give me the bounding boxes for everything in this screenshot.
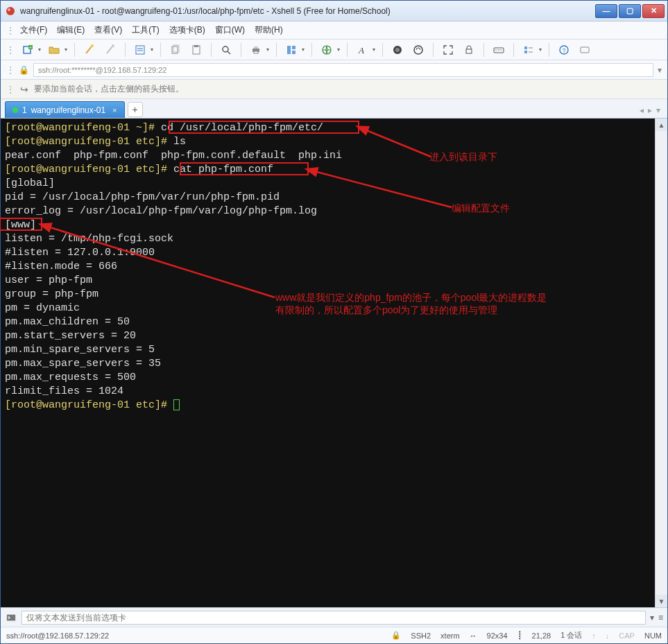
copy-button[interactable] bbox=[168, 42, 183, 58]
hint-text: 要添加当前会话，点击左侧的箭头按钮。 bbox=[34, 83, 184, 95]
add-tab-button[interactable]: + bbox=[128, 102, 143, 117]
caret-icon[interactable]: ▾ bbox=[151, 46, 153, 53]
caret-icon[interactable]: ▾ bbox=[65, 46, 67, 53]
tab-list-icon[interactable]: ▾ bbox=[656, 105, 660, 115]
term-line: group = php-fpm bbox=[5, 288, 99, 300]
caret-icon[interactable]: ▾ bbox=[658, 65, 662, 75]
svg-rect-27 bbox=[466, 49, 472, 53]
quickcmd-button[interactable] bbox=[577, 42, 592, 58]
xftp-button[interactable] bbox=[411, 42, 426, 58]
paste-button[interactable] bbox=[189, 42, 204, 58]
grip-icon: ⋮ bbox=[6, 85, 15, 94]
annotation-text: 进入到该目录下 bbox=[429, 150, 497, 163]
status-dot-icon bbox=[12, 107, 18, 113]
address-text: ssh://root:********@192.168.57.129:22 bbox=[38, 66, 166, 74]
window-title: wangruifenglinux-01 - root@wangruifeng-0… bbox=[20, 6, 594, 16]
grip-icon: ⋮ bbox=[6, 45, 15, 55]
prompt: [root@wangruifeng-01 etc]# bbox=[5, 136, 167, 148]
tab-prev-icon[interactable]: ◂ bbox=[640, 105, 644, 115]
maximize-button[interactable]: ▢ bbox=[619, 4, 641, 18]
lock-button[interactable] bbox=[461, 42, 477, 58]
caret-icon[interactable]: ▾ bbox=[38, 46, 41, 53]
svg-line-38 bbox=[314, 171, 452, 207]
status-connection: ssh://root@192.168.57.129:22 bbox=[6, 632, 109, 640]
svg-rect-13 bbox=[194, 45, 198, 47]
font-button[interactable]: A bbox=[354, 42, 370, 58]
terminal-scrollbar[interactable]: ▲ ▼ bbox=[655, 119, 667, 607]
hint-arrow-icon[interactable]: ↪ bbox=[20, 84, 28, 95]
prompt: [root@wangruifeng-01 etc]# bbox=[5, 399, 173, 411]
term-line: rlimit_files = 1024 bbox=[5, 385, 123, 397]
term-line: pm.max_spare_servers = 35 bbox=[5, 358, 161, 369]
address-input[interactable]: ssh://root:********@192.168.57.129:22 bbox=[33, 63, 653, 77]
caret-icon[interactable]: ▾ bbox=[302, 46, 305, 53]
term-line: pm = dynamic bbox=[5, 302, 80, 314]
term-line: [www] bbox=[5, 219, 36, 231]
minimize-button[interactable]: — bbox=[595, 4, 617, 18]
caret-icon[interactable]: ▾ bbox=[266, 46, 269, 53]
send-caret-icon[interactable]: ▾ bbox=[650, 613, 654, 623]
term-line: cat php-fpm.conf bbox=[167, 164, 273, 175]
caret-icon[interactable]: ▾ bbox=[372, 46, 375, 53]
close-button[interactable]: ✕ bbox=[642, 4, 665, 18]
separator bbox=[211, 43, 212, 57]
tab-next-icon[interactable]: ▸ bbox=[648, 105, 652, 115]
layout-button[interactable] bbox=[284, 42, 299, 58]
encoding-button[interactable] bbox=[319, 42, 334, 58]
properties-button[interactable] bbox=[132, 42, 148, 58]
tab-close-icon[interactable]: × bbox=[112, 106, 117, 114]
find-button[interactable] bbox=[219, 42, 234, 58]
menu-edit[interactable]: 编辑(E) bbox=[57, 24, 85, 36]
svg-point-25 bbox=[395, 48, 400, 52]
xagent-button[interactable] bbox=[390, 42, 405, 58]
send-icon[interactable] bbox=[5, 611, 17, 624]
svg-text:A: A bbox=[358, 45, 364, 55]
titlebar: wangruifenglinux-01 - root@wangruifeng-0… bbox=[1, 1, 667, 21]
hint-bar: ⋮ ↪ 要添加当前会话，点击左侧的箭头按钮。 bbox=[1, 80, 667, 99]
disconnect-button[interactable] bbox=[103, 42, 118, 58]
svg-rect-17 bbox=[254, 46, 258, 49]
keyboard-button[interactable] bbox=[491, 42, 506, 58]
svg-line-15 bbox=[228, 51, 230, 54]
send-input[interactable] bbox=[22, 611, 646, 625]
session-tab[interactable]: 1 wangruifenglinux-01 × bbox=[5, 101, 125, 118]
menu-view[interactable]: 查看(V) bbox=[94, 24, 122, 36]
status-termtype: xterm bbox=[440, 632, 460, 640]
send-menu-icon[interactable]: ≡ bbox=[658, 613, 663, 623]
term-line: error_log = /usr/local/php-fpm/var/log/p… bbox=[5, 205, 317, 217]
new-session-button[interactable]: + bbox=[20, 42, 35, 58]
status-cursor: 21,28 bbox=[532, 632, 551, 640]
print-button[interactable] bbox=[248, 42, 264, 58]
app-icon bbox=[5, 6, 16, 17]
help-button[interactable]: ? bbox=[556, 42, 572, 58]
prompt: [root@wangruifeng-01 etc]# bbox=[5, 164, 167, 175]
open-button[interactable] bbox=[46, 42, 62, 58]
svg-rect-31 bbox=[524, 51, 527, 53]
fullscreen-button[interactable] bbox=[440, 42, 456, 58]
menu-file[interactable]: 文件(F) bbox=[20, 24, 47, 36]
caret-icon[interactable]: ▾ bbox=[539, 46, 542, 53]
view-mode-button[interactable] bbox=[521, 42, 536, 58]
scroll-up-icon[interactable]: ▲ bbox=[656, 119, 667, 131]
scroll-down-icon[interactable]: ▼ bbox=[656, 595, 667, 607]
terminal-area: [root@wangruifeng-01 ~]# cd /usr/local/p… bbox=[1, 119, 667, 607]
reconnect-button[interactable] bbox=[82, 42, 97, 58]
svg-point-5 bbox=[91, 44, 94, 47]
term-line: pm.max_requests = 500 bbox=[5, 372, 136, 383]
caret-icon[interactable]: ▾ bbox=[337, 46, 340, 53]
menu-tabs[interactable]: 选项卡(B) bbox=[169, 24, 205, 36]
grip-icon: ⋮ bbox=[6, 65, 15, 75]
row-down-icon[interactable]: ↓ bbox=[606, 632, 610, 640]
menu-help[interactable]: 帮助(H) bbox=[255, 24, 283, 36]
term-line: pm.max_children = 50 bbox=[5, 316, 130, 328]
menu-tools[interactable]: 工具(T) bbox=[132, 24, 159, 36]
terminal[interactable]: [root@wangruifeng-01 ~]# cd /usr/local/p… bbox=[1, 119, 655, 607]
separator bbox=[433, 43, 434, 57]
lock-icon: 🔒 bbox=[391, 631, 401, 640]
menu-window[interactable]: 窗口(W) bbox=[215, 24, 245, 36]
cursor bbox=[173, 399, 180, 410]
term-line: listen = /tmp/php-fcgi.sock bbox=[5, 233, 173, 245]
tab-strip: 1 wangruifenglinux-01 × + ◂ ▸ ▾ bbox=[1, 99, 667, 119]
svg-rect-19 bbox=[287, 46, 291, 54]
row-up-icon[interactable]: ↑ bbox=[592, 632, 596, 640]
